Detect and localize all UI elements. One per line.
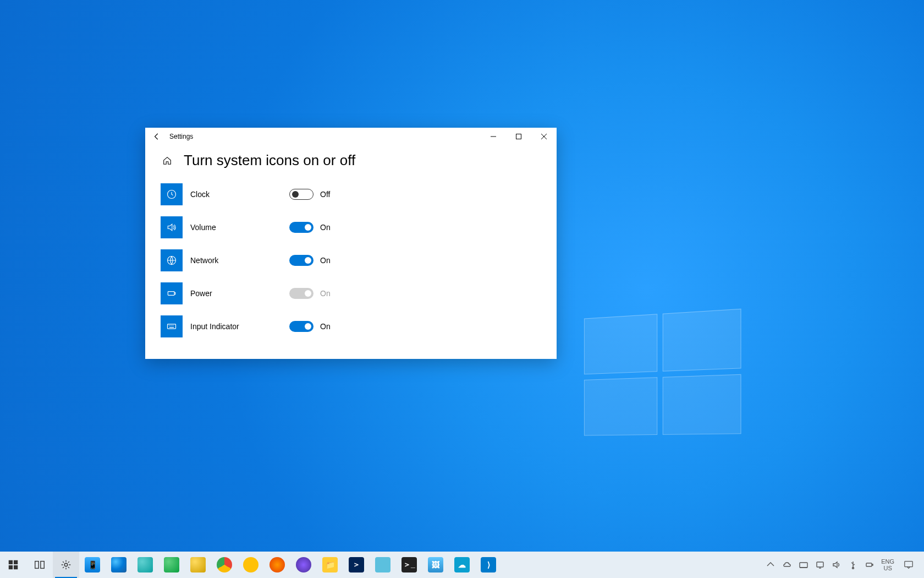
- svg-rect-8: [14, 565, 18, 569]
- svg-rect-16: [905, 561, 912, 567]
- language-indicator[interactable]: ENG US: [878, 558, 898, 571]
- onedrive-icon[interactable]: [779, 552, 795, 578]
- taskbar-app-terminal[interactable]: ＞_: [396, 552, 422, 578]
- svg-rect-0: [516, 134, 521, 139]
- toggle-state: On: [320, 322, 331, 331]
- taskbar-app-firefox-nightly[interactable]: [290, 552, 317, 578]
- taskbar-app-powershell[interactable]: ＞: [343, 552, 370, 578]
- svg-rect-9: [35, 561, 38, 569]
- close-button[interactable]: [531, 128, 557, 145]
- taskbar: 📱 📁 ＞ ＞_ 🖼 ☁ ⟩ ENG US: [0, 552, 924, 578]
- taskbar-app-edge-dev[interactable]: [158, 552, 185, 578]
- row-volume: Volume On: [161, 214, 541, 241]
- taskbar-app-edge[interactable]: [106, 552, 132, 578]
- svg-point-11: [64, 563, 68, 566]
- start-button[interactable]: [0, 552, 26, 578]
- taskbar-app-settings[interactable]: [53, 552, 79, 578]
- toggle-power[interactable]: [289, 288, 314, 299]
- power-icon: [161, 282, 183, 304]
- keyboard-icon: [161, 315, 183, 337]
- window-title: Settings: [169, 133, 193, 140]
- row-input-indicator: Input Indicator On: [161, 313, 541, 340]
- svg-rect-12: [800, 563, 807, 568]
- tray-power-icon[interactable]: [861, 552, 878, 578]
- toggle-state: Off: [320, 190, 330, 199]
- svg-rect-4: [168, 324, 176, 329]
- toggle-input-indicator[interactable]: [289, 321, 314, 332]
- row-label: Network: [190, 256, 289, 265]
- toggle-clock[interactable]: [289, 189, 314, 200]
- row-label: Power: [190, 289, 289, 298]
- tray-overflow-button[interactable]: [762, 552, 779, 578]
- action-center-button[interactable]: [898, 552, 920, 578]
- svg-rect-6: [14, 560, 18, 564]
- taskbar-app-firefox[interactable]: [264, 552, 290, 578]
- page-title: Turn system icons on or off: [184, 152, 355, 169]
- toggle-network[interactable]: [289, 255, 314, 266]
- clock-icon: [161, 183, 183, 205]
- taskbar-app-file-explorer[interactable]: 📁: [317, 552, 343, 578]
- row-network: Network On: [161, 247, 541, 274]
- toggle-state: On: [320, 289, 331, 298]
- taskbar-app-vscode[interactable]: ⟩: [475, 552, 502, 578]
- toggle-state: On: [320, 256, 331, 265]
- taskbar-app-chrome-canary[interactable]: [238, 552, 264, 578]
- svg-rect-7: [9, 565, 13, 569]
- windows-logo: [584, 309, 741, 436]
- titlebar: Settings: [145, 128, 557, 145]
- svg-rect-5: [9, 560, 13, 564]
- task-view-button[interactable]: [26, 552, 53, 578]
- row-label: Clock: [190, 190, 289, 199]
- row-power: Power On: [161, 280, 541, 307]
- tray-volume-icon[interactable]: [828, 552, 845, 578]
- back-button[interactable]: [145, 128, 168, 145]
- svg-rect-15: [866, 563, 872, 566]
- taskbar-app-edge-beta[interactable]: [132, 552, 158, 578]
- toggle-volume[interactable]: [289, 222, 314, 233]
- taskbar-app-notepad[interactable]: [370, 552, 396, 578]
- taskbar-app-cloud[interactable]: ☁: [449, 552, 475, 578]
- tray-network-icon[interactable]: [812, 552, 828, 578]
- network-icon: [161, 249, 183, 271]
- svg-rect-3: [168, 292, 174, 296]
- row-label: Volume: [190, 223, 289, 232]
- row-label: Input Indicator: [190, 322, 289, 331]
- lang-line2: US: [881, 565, 894, 571]
- toggle-state: On: [320, 223, 331, 232]
- volume-icon: [161, 216, 183, 238]
- tray-usb-icon[interactable]: [845, 552, 861, 578]
- home-button[interactable]: [161, 154, 174, 167]
- taskbar-app-edge-canary[interactable]: [185, 552, 211, 578]
- row-clock: Clock Off: [161, 181, 541, 208]
- taskbar-app-phone[interactable]: 📱: [79, 552, 106, 578]
- taskbar-app-photos[interactable]: 🖼: [422, 552, 449, 578]
- taskbar-app-chrome[interactable]: [211, 552, 238, 578]
- security-icon[interactable]: [795, 552, 812, 578]
- svg-rect-13: [817, 562, 823, 567]
- minimize-button[interactable]: [481, 128, 506, 145]
- maximize-button[interactable]: [506, 128, 531, 145]
- settings-window: Settings Turn system icons on or off: [145, 128, 557, 359]
- lang-line1: ENG: [881, 558, 894, 565]
- svg-rect-10: [41, 561, 44, 569]
